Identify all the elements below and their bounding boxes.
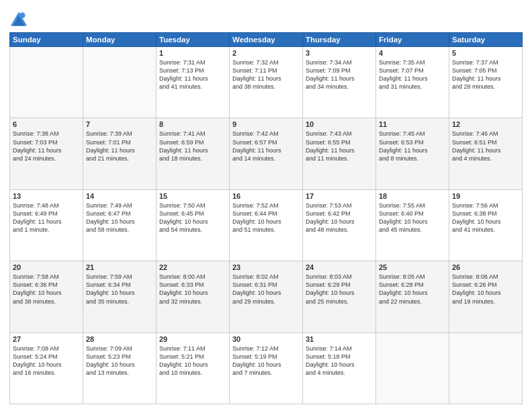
day-number: 28 <box>86 335 153 343</box>
calendar-cell: 1Sunrise: 7:31 AM Sunset: 7:13 PM Daylig… <box>157 47 230 118</box>
calendar-cell <box>83 47 157 118</box>
day-number: 19 <box>452 192 519 200</box>
calendar-cell: 29Sunrise: 7:11 AM Sunset: 5:21 PM Dayli… <box>157 332 230 404</box>
day-number: 23 <box>232 263 300 271</box>
page: SundayMondayTuesdayWednesdayThursdayFrid… <box>0 0 532 411</box>
day-number: 22 <box>159 263 226 271</box>
calendar-cell <box>449 332 523 404</box>
day-info: Sunrise: 7:42 AM Sunset: 6:57 PM Dayligh… <box>232 130 300 163</box>
calendar-cell: 10Sunrise: 7:43 AM Sunset: 6:55 PM Dayli… <box>303 118 376 189</box>
weekday-header-friday: Friday <box>376 33 449 47</box>
day-info: Sunrise: 7:45 AM Sunset: 6:53 PM Dayligh… <box>379 130 446 163</box>
day-number: 13 <box>13 192 80 200</box>
calendar-cell: 14Sunrise: 7:49 AM Sunset: 6:47 PM Dayli… <box>83 189 157 261</box>
calendar-cell: 23Sunrise: 8:02 AM Sunset: 6:31 PM Dayli… <box>230 261 303 332</box>
calendar-cell: 20Sunrise: 7:58 AM Sunset: 6:36 PM Dayli… <box>10 261 83 332</box>
day-number: 6 <box>13 120 80 128</box>
day-info: Sunrise: 7:52 AM Sunset: 6:44 PM Dayligh… <box>232 201 300 234</box>
calendar-cell: 15Sunrise: 7:50 AM Sunset: 6:45 PM Dayli… <box>157 189 230 261</box>
day-info: Sunrise: 7:37 AM Sunset: 7:05 PM Dayligh… <box>452 58 519 91</box>
day-number: 27 <box>13 335 80 343</box>
day-number: 2 <box>232 49 300 57</box>
header <box>9 7 523 28</box>
day-number: 10 <box>306 120 373 128</box>
calendar-cell: 12Sunrise: 7:46 AM Sunset: 6:51 PM Dayli… <box>449 118 523 189</box>
day-info: Sunrise: 7:35 AM Sunset: 7:07 PM Dayligh… <box>379 58 446 91</box>
day-info: Sunrise: 7:08 AM Sunset: 5:24 PM Dayligh… <box>13 345 80 377</box>
calendar-cell: 17Sunrise: 7:53 AM Sunset: 6:42 PM Dayli… <box>303 189 376 261</box>
calendar-cell: 9Sunrise: 7:42 AM Sunset: 6:57 PM Daylig… <box>230 118 303 189</box>
day-number: 4 <box>379 49 446 57</box>
day-info: Sunrise: 7:38 AM Sunset: 7:03 PM Dayligh… <box>13 130 80 163</box>
calendar-cell: 11Sunrise: 7:45 AM Sunset: 6:53 PM Dayli… <box>376 118 449 189</box>
day-info: Sunrise: 8:05 AM Sunset: 6:28 PM Dayligh… <box>379 273 446 306</box>
day-number: 31 <box>306 335 373 343</box>
calendar-cell: 5Sunrise: 7:37 AM Sunset: 7:05 PM Daylig… <box>449 47 523 118</box>
day-info: Sunrise: 7:31 AM Sunset: 7:13 PM Dayligh… <box>159 58 226 91</box>
day-number: 14 <box>86 192 153 200</box>
week-row-1: 6Sunrise: 7:38 AM Sunset: 7:03 PM Daylig… <box>10 118 523 189</box>
day-number: 3 <box>306 49 373 57</box>
day-number: 8 <box>159 120 226 128</box>
day-info: Sunrise: 7:14 AM Sunset: 5:18 PM Dayligh… <box>306 345 373 377</box>
day-number: 9 <box>232 120 300 128</box>
calendar-cell: 30Sunrise: 7:12 AM Sunset: 5:19 PM Dayli… <box>230 332 303 404</box>
day-number: 26 <box>452 263 519 271</box>
weekday-header-row: SundayMondayTuesdayWednesdayThursdayFrid… <box>10 33 523 47</box>
day-info: Sunrise: 7:56 AM Sunset: 6:38 PM Dayligh… <box>452 201 519 234</box>
day-info: Sunrise: 7:41 AM Sunset: 6:59 PM Dayligh… <box>159 130 226 163</box>
day-info: Sunrise: 7:12 AM Sunset: 5:19 PM Dayligh… <box>232 345 300 377</box>
calendar-cell <box>376 332 449 404</box>
weekday-header-tuesday: Tuesday <box>157 33 230 47</box>
day-number: 21 <box>86 263 153 271</box>
day-number: 17 <box>306 192 373 200</box>
calendar-cell: 27Sunrise: 7:08 AM Sunset: 5:24 PM Dayli… <box>10 332 83 404</box>
week-row-4: 27Sunrise: 7:08 AM Sunset: 5:24 PM Dayli… <box>10 332 523 404</box>
weekday-header-monday: Monday <box>83 33 157 47</box>
week-row-0: 1Sunrise: 7:31 AM Sunset: 7:13 PM Daylig… <box>10 47 523 118</box>
week-row-3: 20Sunrise: 7:58 AM Sunset: 6:36 PM Dayli… <box>10 261 523 332</box>
calendar-cell: 6Sunrise: 7:38 AM Sunset: 7:03 PM Daylig… <box>10 118 83 189</box>
calendar-cell <box>10 47 83 118</box>
day-number: 16 <box>232 192 300 200</box>
calendar-cell: 31Sunrise: 7:14 AM Sunset: 5:18 PM Dayli… <box>303 332 376 404</box>
weekday-header-thursday: Thursday <box>303 33 376 47</box>
day-info: Sunrise: 7:39 AM Sunset: 7:01 PM Dayligh… <box>86 130 153 163</box>
logo <box>9 9 30 28</box>
week-row-2: 13Sunrise: 7:48 AM Sunset: 6:49 PM Dayli… <box>10 189 523 261</box>
day-number: 11 <box>379 120 446 128</box>
day-info: Sunrise: 7:32 AM Sunset: 7:11 PM Dayligh… <box>232 58 300 91</box>
day-info: Sunrise: 7:11 AM Sunset: 5:21 PM Dayligh… <box>159 345 226 377</box>
day-number: 29 <box>159 335 226 343</box>
day-info: Sunrise: 7:50 AM Sunset: 6:45 PM Dayligh… <box>159 201 226 234</box>
day-info: Sunrise: 7:59 AM Sunset: 6:34 PM Dayligh… <box>86 273 153 306</box>
logo-icon <box>9 9 28 28</box>
day-number: 12 <box>452 120 519 128</box>
weekday-header-saturday: Saturday <box>449 33 523 47</box>
calendar-cell: 8Sunrise: 7:41 AM Sunset: 6:59 PM Daylig… <box>157 118 230 189</box>
day-info: Sunrise: 8:00 AM Sunset: 6:33 PM Dayligh… <box>159 273 226 306</box>
day-number: 1 <box>159 49 226 57</box>
day-info: Sunrise: 7:49 AM Sunset: 6:47 PM Dayligh… <box>86 201 153 234</box>
calendar-table: SundayMondayTuesdayWednesdayThursdayFrid… <box>9 32 523 404</box>
day-number: 7 <box>86 120 153 128</box>
day-info: Sunrise: 8:03 AM Sunset: 6:29 PM Dayligh… <box>306 273 373 306</box>
calendar-cell: 21Sunrise: 7:59 AM Sunset: 6:34 PM Dayli… <box>83 261 157 332</box>
day-number: 20 <box>13 263 80 271</box>
day-info: Sunrise: 7:55 AM Sunset: 6:40 PM Dayligh… <box>379 201 446 234</box>
day-info: Sunrise: 7:43 AM Sunset: 6:55 PM Dayligh… <box>306 130 373 163</box>
day-info: Sunrise: 7:48 AM Sunset: 6:49 PM Dayligh… <box>13 201 80 234</box>
weekday-header-sunday: Sunday <box>10 33 83 47</box>
calendar-cell: 19Sunrise: 7:56 AM Sunset: 6:38 PM Dayli… <box>449 189 523 261</box>
calendar-cell: 25Sunrise: 8:05 AM Sunset: 6:28 PM Dayli… <box>376 261 449 332</box>
day-info: Sunrise: 8:02 AM Sunset: 6:31 PM Dayligh… <box>232 273 300 306</box>
calendar-cell: 18Sunrise: 7:55 AM Sunset: 6:40 PM Dayli… <box>376 189 449 261</box>
svg-point-2 <box>19 12 26 18</box>
day-number: 30 <box>232 335 300 343</box>
calendar-cell: 3Sunrise: 7:34 AM Sunset: 7:09 PM Daylig… <box>303 47 376 118</box>
calendar-cell: 2Sunrise: 7:32 AM Sunset: 7:11 PM Daylig… <box>230 47 303 118</box>
day-number: 5 <box>452 49 519 57</box>
calendar-cell: 4Sunrise: 7:35 AM Sunset: 7:07 PM Daylig… <box>376 47 449 118</box>
day-info: Sunrise: 7:09 AM Sunset: 5:23 PM Dayligh… <box>86 345 153 377</box>
day-info: Sunrise: 7:34 AM Sunset: 7:09 PM Dayligh… <box>306 58 373 91</box>
